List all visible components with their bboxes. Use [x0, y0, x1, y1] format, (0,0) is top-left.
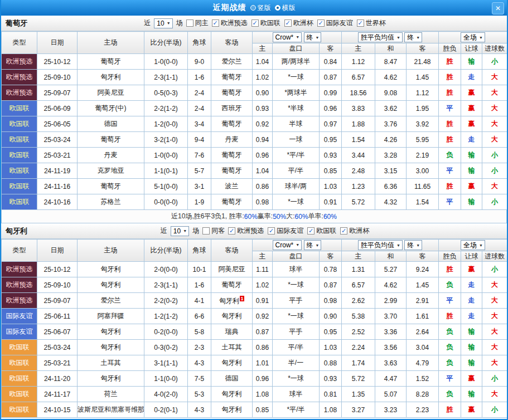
home-team-cell: 荷兰	[78, 387, 144, 402]
scope-select-value: 全场	[463, 33, 477, 42]
filter-group: 近 10 ▼ 场 同客 ✓欧洲预选✓国际友谊✓欧国联✓欧洲杯	[161, 226, 369, 236]
home-odds-cell: 0.86	[253, 179, 273, 194]
handicap-cell: 半/一	[273, 355, 320, 371]
corners-cell: 2-4	[188, 85, 211, 101]
league-filter-checkbox[interactable]: ✓世界杯	[357, 18, 386, 28]
result-cell: 平	[439, 194, 461, 210]
league-filter-checkbox[interactable]: ✓国际友谊	[317, 18, 353, 28]
recent-label: 近	[144, 18, 151, 28]
radio-horizontal-layout[interactable]: 横版	[275, 3, 296, 13]
type-cell: 欧国联	[2, 402, 37, 418]
chevron-down-icon: ▼	[296, 35, 299, 39]
league-filter-checkbox[interactable]: ✓欧洲杯	[340, 226, 369, 236]
avg-draw-cell: 3.63	[375, 355, 407, 371]
handicap-result-cell: 输	[461, 54, 482, 70]
scope-select-value: 全场	[463, 241, 477, 250]
recent-count-select[interactable]: 10 ▼	[154, 18, 172, 28]
goals-cell: 大	[482, 387, 507, 402]
result-cell: 胜	[439, 54, 461, 70]
avg-odds-select[interactable]: 胜平负均值 ▼	[358, 240, 403, 250]
avg-home-cell: 3.27	[342, 402, 375, 418]
match-row: 欧洲预选25-09-07阿美尼亚0-5(0-3)2-4葡萄牙0.90*两球半0.…	[2, 85, 507, 101]
matches-table: 类型 日期 主场 比分(半场) 角球 客场 Crow* ▼ 终 ▼	[1, 239, 507, 418]
summary-segment: 近10场,胜6平3负1, 胜率:	[171, 212, 244, 221]
avg-home-cell: 6.57	[342, 70, 375, 85]
date-cell: 25-06-11	[37, 309, 78, 324]
league-filter-checkbox[interactable]: ✓国际友谊	[268, 226, 303, 236]
handicap-cell: 平手	[273, 293, 320, 309]
odds-stage-select[interactable]: 终 ▼	[304, 32, 322, 42]
goals-cell: 大	[482, 179, 507, 194]
col-date: 日期	[37, 32, 78, 54]
corners-cell: 4-1	[188, 293, 211, 309]
avg-odds-select[interactable]: 胜平负均值 ▼	[358, 32, 403, 42]
avg-draw-cell: 4.62	[375, 70, 407, 85]
away-team-cell: 阿美尼亚	[211, 262, 253, 277]
home-odds-cell: 0.87	[253, 324, 273, 340]
red-card-badge: 1	[240, 296, 244, 301]
league-filter-checkbox[interactable]: ✓欧洲预选	[212, 18, 248, 28]
bookmaker-select[interactable]: Crow* ▼	[273, 240, 302, 250]
same-venue-checkbox[interactable]: 同客	[202, 226, 225, 236]
away-odds-cell: 1.08	[320, 402, 342, 418]
score-cell: 1-2(0-0)	[144, 116, 188, 132]
recent-count-select[interactable]: 10 ▼	[171, 226, 189, 236]
home-odds-cell: 1.04	[253, 163, 273, 179]
home-odds-cell: 0.96	[253, 371, 273, 387]
same-venue-checkbox[interactable]: 同主	[186, 18, 209, 28]
away-odds-cell: 0.84	[320, 54, 342, 70]
bookmaker-select[interactable]: Crow* ▼	[273, 32, 302, 42]
avg-stage-select[interactable]: 终 ▼	[404, 240, 422, 250]
home-odds-cell: 1.01	[253, 355, 273, 371]
goals-cell: 小	[482, 262, 507, 277]
chevron-down-icon: ▼	[416, 243, 420, 247]
home-odds-cell: 1.08	[253, 387, 273, 402]
avg-draw-cell: 3.36	[375, 324, 407, 340]
handicap-result-cell: 赢	[461, 101, 482, 116]
odds-stage-value: 终	[307, 33, 313, 42]
summary-segment: 赢率:	[258, 212, 273, 221]
league-filter-checkbox[interactable]: ✓欧洲杯	[284, 18, 313, 28]
handicap-result-cell: 赢	[461, 179, 482, 194]
avg-draw-cell: 4.32	[375, 194, 407, 210]
match-row: 欧国联25-03-21土耳其3-1(1-1)4-3匈牙利1.01半/一0.881…	[2, 355, 507, 371]
corners-cell: 3-4	[188, 116, 211, 132]
topbar: 近期战绩 竖版 横版 ✕	[1, 0, 507, 16]
goals-cell: 大	[482, 70, 507, 85]
avg-home-cell: 1.31	[342, 262, 375, 277]
scope-select[interactable]: 全场 ▼	[461, 240, 485, 250]
col-home: 主场	[78, 240, 144, 262]
league-filter-checkbox[interactable]: ✓欧国联	[307, 226, 336, 236]
odds-stage-select[interactable]: 终 ▼	[304, 240, 322, 250]
home-team-cell: 克罗地亚	[78, 163, 144, 179]
scope-select[interactable]: 全场 ▼	[461, 32, 485, 42]
league-filter-label: 国际友谊	[326, 18, 353, 28]
avg-away-cell: 9.24	[407, 262, 439, 277]
date-cell: 24-10-15	[37, 402, 78, 418]
type-cell: 欧洲预选	[2, 54, 37, 70]
avg-stage-select[interactable]: 终 ▼	[404, 32, 422, 42]
league-filter-checkbox[interactable]: ✓欧国联	[251, 18, 280, 28]
match-row: 欧国联25-03-24葡萄牙3-2(1-0)9-4丹麦0.94一球0.951.5…	[2, 132, 507, 148]
avg-draw-cell: 3.62	[375, 101, 407, 116]
col-goals: 进球数	[482, 251, 507, 262]
close-button[interactable]: ✕	[492, 2, 504, 14]
away-odds-cell: 0.81	[320, 387, 342, 402]
radio-vertical-layout[interactable]: 竖版	[250, 3, 271, 13]
avg-away-cell: 1.45	[407, 277, 439, 293]
score-cell: 1-0(0-0)	[144, 54, 188, 70]
date-cell: 24-11-17	[37, 387, 78, 402]
score-cell: 3-2(1-0)	[144, 132, 188, 148]
score-cell: 2-2(1-2)	[144, 101, 188, 116]
league-filter-checkbox[interactable]: ✓欧洲预选	[228, 226, 264, 236]
match-row: 欧国联24-11-17荷兰4-0(2-0)5-3匈牙利1.08球半0.811.3…	[2, 387, 507, 402]
corners-cell: 5-7	[188, 163, 211, 179]
goals-cell: 大	[482, 277, 507, 293]
date-cell: 25-09-10	[37, 277, 78, 293]
checkbox-checked-icon: ✓	[284, 19, 292, 27]
col-result: 胜负	[439, 251, 461, 262]
avg-home-cell: 18.56	[342, 85, 375, 101]
type-cell: 欧国联	[2, 179, 37, 194]
avg-draw-cell: 4.62	[375, 277, 407, 293]
away-odds-cell: 0.93	[320, 148, 342, 163]
